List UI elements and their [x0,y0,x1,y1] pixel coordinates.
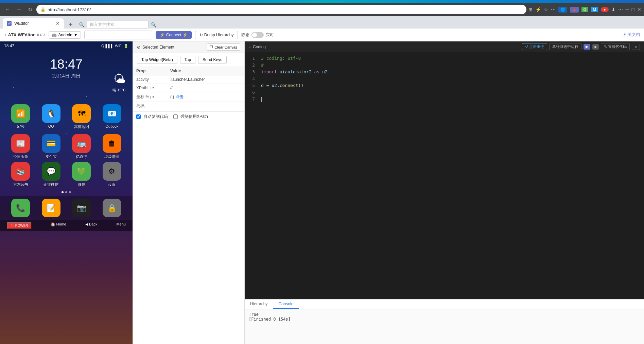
maximize-icon[interactable]: □ [632,7,634,12]
app-label-settings: 设置 [108,182,116,187]
tap-widget-button[interactable]: Tap Widget(Beta) [137,56,177,64]
profile-icon[interactable]: ● [601,7,609,12]
app-icon-qq: 🐧 [42,104,60,123]
dock-phone[interactable]: 📞 [7,199,35,217]
bookmark-ext-icon[interactable]: 🔖 [570,7,579,13]
app-label-jingdong: 京东读书 [13,182,28,187]
connect-button[interactable]: ⚡ Connect ⚡ [156,31,192,39]
clear-canvas-icon: ☐ [210,45,213,49]
dock-lock[interactable]: 🔒 [98,199,126,217]
app-header: ♪ ATX WEditor 0.6.3 🤖 Android ▼ ⚡ Connec… [0,29,644,41]
app-gaode[interactable]: 🗺 高德地图 [68,104,95,129]
run-single-button[interactable]: 单行或选中运行 [549,43,581,50]
dock-notes[interactable]: 📝 [37,199,65,217]
help-link[interactable]: 相关文档 [624,32,640,38]
var-uiautomator2: uiautomator2 [280,69,312,74]
translate-icon[interactable]: 🌐 [558,7,567,13]
run-button[interactable]: ▶ [584,44,590,50]
app-label-alipay: 支付宝 [46,154,57,159]
app-cleaner[interactable]: 🗑 垃圾清理 [98,134,126,159]
app-alipay[interactable]: 💳 支付宝 [37,134,65,159]
device-input[interactable] [84,31,152,39]
rerun-button[interactable]: ↺ 点击重连 [522,43,547,50]
bookmark-icon[interactable]: ☆ [544,7,548,12]
ext1-icon[interactable]: Ω [581,7,588,12]
back-button[interactable]: ← [3,5,12,14]
download-icon[interactable]: ⬇ [611,7,615,12]
code-line-1: # coding: utf-8 [258,55,644,62]
replace-button[interactable]: ✎ 置替代代码 [601,43,630,50]
dock-camera[interactable]: 📷 [68,199,95,217]
table-row-code: 代码 [133,102,244,111]
code-line-2: # [258,62,644,69]
weather-temp: 晴 19°C [112,88,126,93]
tab-hierarchy[interactable]: Hierarchy [245,300,273,309]
home-button[interactable]: 🏠 Home [51,222,66,229]
mode-toggle-group: 静态 实时 [241,32,274,38]
stop-button[interactable]: ■ [592,44,599,50]
search-bar[interactable]: 输入文字搜索 [87,21,149,29]
comment-2: # [261,62,264,68]
space-2 [312,69,314,74]
close-icon[interactable]: ✕ [637,7,641,12]
phone-time: 18:47 [0,50,133,72]
comment-1: # coding: utf-8 [261,56,301,61]
app-qq[interactable]: 🐧 QQ [37,104,65,129]
more-icon[interactable]: ⋯ [618,7,623,12]
auto-copy-checkbox[interactable] [136,114,141,119]
checkbox-row: 自动复制代码 强制使用XPath [133,111,244,122]
minimize-icon[interactable]: ─ [626,7,629,12]
phone-screen[interactable]: 18:47 Q ▌▌▌ WiFi 🔋 18:47 2月14日 周日 🌤 晴 19… [0,41,133,344]
back-nav-button[interactable]: ◀ Back [85,222,98,229]
tab-console[interactable]: Console [273,300,299,309]
close-editor-button[interactable]: × [632,44,640,50]
new-tab-button[interactable]: + [67,21,75,29]
forward-button[interactable]: → [14,5,24,14]
app-icon-57: 📶 [11,104,30,123]
coord-prefix: (,) [170,94,175,99]
rerun-icon: ↺ [525,44,528,49]
lock-icon: 🔒 [40,7,46,12]
app-wechat[interactable]: 💚 微信 [68,162,95,187]
clear-canvas-button[interactable]: ☐ Clear Canvas [207,43,240,51]
app-icon-toutiao: 📰 [11,134,30,153]
menu-nav-button[interactable]: Menu [116,222,126,229]
coord-click-link[interactable]: 点击 [175,94,184,99]
app-qywechat[interactable]: 💬 企业微信 [37,162,65,187]
mode-toggle[interactable] [251,32,264,38]
app-outlook[interactable]: 📧 Outlook [98,104,126,129]
browser-tab-weditor[interactable]: W WEditor ✕ [3,18,64,29]
force-xpath-checkbox[interactable] [173,114,178,119]
search-icon: 🔍 [79,22,85,28]
toggle-knob [252,33,257,37]
dot-2 [65,191,67,193]
lightning-icon[interactable]: ⚡ [535,7,541,12]
address-bar[interactable]: 🔒 http://localhost:17310/ [36,5,526,14]
platform-selector[interactable]: 🤖 Android ▼ [49,31,81,39]
line-num-7: 7 [247,96,255,103]
ext2-icon[interactable]: M [591,7,598,12]
space-1 [277,69,280,74]
app-yidaoxing[interactable]: 🚌 亿道行 [68,134,95,159]
code-line-3: import uiautomator2 as u2 [258,69,644,75]
extensions-icon[interactable]: ⊞ [528,7,533,12]
code-content[interactable]: # coding: utf-8 # import uiautomator2 as… [258,52,644,299]
app-jingdong[interactable]: 📚 京东读书 [7,162,35,187]
search-submit-icon[interactable]: 🔍 [151,22,156,28]
menu-icon[interactable]: ⋯ [551,7,556,12]
tab-close-button[interactable]: ✕ [56,21,60,26]
app-name: ATX WEditor [8,32,35,37]
refresh-button[interactable]: ↻ [26,5,34,14]
tap-button[interactable]: Tap [180,56,195,64]
app-label-wechat: 微信 [78,182,85,187]
dump-hierarchy-button[interactable]: ↻ Dump Hierarchy [195,31,238,39]
app-toutiao[interactable]: 📰 今日头条 [7,134,35,159]
power-button[interactable]: 🔴 POWER [7,222,32,229]
value-activity: .launcher.Launcher [167,75,244,84]
app-57[interactable]: 📶 57% [7,104,35,129]
app-settings[interactable]: ⚙ 设置 [98,162,126,187]
dock-lock-icon: 🔒 [103,199,121,217]
send-keys-button[interactable]: Send Keys [198,56,227,64]
line-num-3: 3 [247,69,255,75]
code-editor-area[interactable]: 1 2 3 4 5 6 7 # coding: utf-8 # import u… [245,52,644,299]
